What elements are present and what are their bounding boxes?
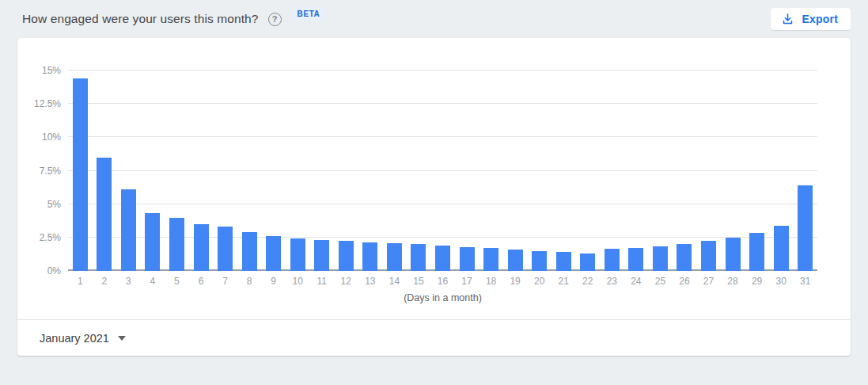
x-axis-tick-label: 31 (793, 276, 817, 287)
bar-day-26[interactable] (677, 244, 692, 271)
x-axis-tick-label: 28 (721, 276, 745, 287)
download-icon (781, 13, 794, 26)
bar-slot (455, 71, 479, 271)
x-axis-tick-label: 9 (261, 276, 286, 287)
bar-slot (673, 71, 697, 271)
bar-slot (793, 71, 817, 271)
x-axis-tick-label: 25 (648, 276, 673, 287)
x-axis-tick-labels: 1234567891011121314151617181920212223242… (68, 276, 817, 287)
bar-day-31[interactable] (798, 185, 813, 271)
x-axis-tick-label: 15 (407, 276, 431, 287)
bar-day-10[interactable] (290, 238, 305, 271)
x-axis-tick-label: 11 (309, 276, 334, 287)
export-button-label: Export (802, 13, 838, 25)
export-button[interactable]: Export (771, 8, 851, 30)
bar-day-29[interactable] (749, 233, 764, 271)
bar-slot (358, 71, 383, 271)
x-axis-tick-label: 30 (769, 276, 794, 287)
x-axis-tick-label: 29 (745, 276, 769, 287)
bar-day-27[interactable] (701, 241, 716, 271)
bar-day-21[interactable] (556, 252, 571, 271)
bar-slot (213, 71, 237, 271)
bar-day-9[interactable] (266, 236, 281, 271)
x-axis-tick-label: 27 (696, 276, 721, 287)
month-selector-value: January 2021 (40, 332, 109, 345)
y-axis-tick-label: 0% (47, 265, 61, 276)
y-axis-tick-label: 12.5% (34, 98, 61, 109)
bar-slot (552, 71, 576, 271)
bar-day-11[interactable] (314, 240, 329, 271)
bar-day-4[interactable] (145, 213, 160, 271)
bar-series (68, 71, 817, 271)
bar-slot (479, 71, 503, 271)
bar-day-6[interactable] (194, 224, 209, 271)
x-axis-tick-label: 8 (237, 276, 262, 287)
bar-day-25[interactable] (653, 246, 668, 271)
x-axis-tick-label: 26 (673, 276, 697, 287)
bar-slot (309, 71, 334, 271)
x-axis-tick-label: 22 (575, 276, 600, 287)
x-axis-tick-label: 21 (552, 276, 576, 287)
help-icon[interactable]: ? (268, 13, 282, 26)
bar-slot (600, 71, 624, 271)
bar-day-15[interactable] (411, 244, 426, 271)
x-axis-tick-label: 2 (93, 276, 117, 287)
month-selector-dropdown[interactable]: January 2021 (40, 332, 126, 345)
x-axis-tick-label: 6 (189, 276, 214, 287)
x-axis-tick-label: 1 (68, 276, 93, 287)
x-axis-tick-label: 13 (358, 276, 383, 287)
bar-day-18[interactable] (483, 248, 498, 271)
x-axis-tick-label: 14 (382, 276, 407, 287)
bar-day-2[interactable] (97, 158, 112, 271)
bar-day-13[interactable] (362, 242, 377, 271)
page-title: How engaged were your users this month? (22, 12, 259, 26)
bar-day-16[interactable] (435, 246, 450, 271)
x-axis-tick-label: 23 (600, 276, 624, 287)
x-axis-tick-label: 7 (213, 276, 237, 287)
bar-slot (165, 71, 189, 271)
bar-slot (575, 71, 600, 271)
bar-day-20[interactable] (532, 251, 547, 271)
bar-day-1[interactable] (73, 78, 88, 271)
bar-slot (334, 71, 358, 271)
bar-day-17[interactable] (460, 247, 475, 271)
card-footer: January 2021 (17, 319, 851, 356)
bar-day-12[interactable] (339, 241, 354, 271)
bar-slot (382, 71, 407, 271)
bar-day-14[interactable] (387, 243, 402, 271)
bar-day-22[interactable] (580, 253, 595, 271)
bar-slot (721, 71, 745, 271)
y-axis-tick-label: 5% (47, 199, 61, 210)
bar-day-8[interactable] (242, 232, 257, 271)
bar-day-7[interactable] (218, 227, 233, 271)
x-axis-tick-label: 5 (165, 276, 189, 287)
x-axis-tick-label: 18 (479, 276, 503, 287)
bar-slot (503, 71, 528, 271)
bar-slot (648, 71, 673, 271)
x-axis-tick-label: 10 (286, 276, 310, 287)
bar-slot (769, 71, 794, 271)
engagement-chart-card: 0%2.5%5%7.5%10%12.5%15% 1234567891011121… (17, 38, 851, 356)
bar-slot (527, 71, 552, 271)
x-axis-tick-label: 17 (455, 276, 479, 287)
x-axis-tick-label: 19 (503, 276, 528, 287)
bar-day-5[interactable] (169, 218, 184, 271)
header: How engaged were your users this month? … (0, 0, 868, 38)
bar-chart-plot-area: 0%2.5%5%7.5%10%12.5%15% (68, 71, 817, 271)
x-axis-title: (Days in a month) (68, 292, 817, 303)
y-axis-tick-label: 7.5% (40, 166, 61, 177)
bar-day-23[interactable] (605, 249, 620, 271)
bar-day-3[interactable] (121, 189, 136, 271)
bar-day-30[interactable] (774, 226, 789, 271)
bar-slot (430, 71, 455, 271)
bar-slot (141, 71, 165, 271)
beta-badge: BETA (293, 7, 325, 21)
bar-day-19[interactable] (508, 250, 523, 271)
bar-day-28[interactable] (726, 238, 741, 271)
bar-slot (286, 71, 310, 271)
x-axis-tick-label: 3 (116, 276, 141, 287)
bar-slot (93, 71, 117, 271)
y-axis-tick-label: 15% (42, 65, 61, 76)
bar-day-24[interactable] (628, 248, 643, 271)
bar-slot (116, 71, 141, 271)
